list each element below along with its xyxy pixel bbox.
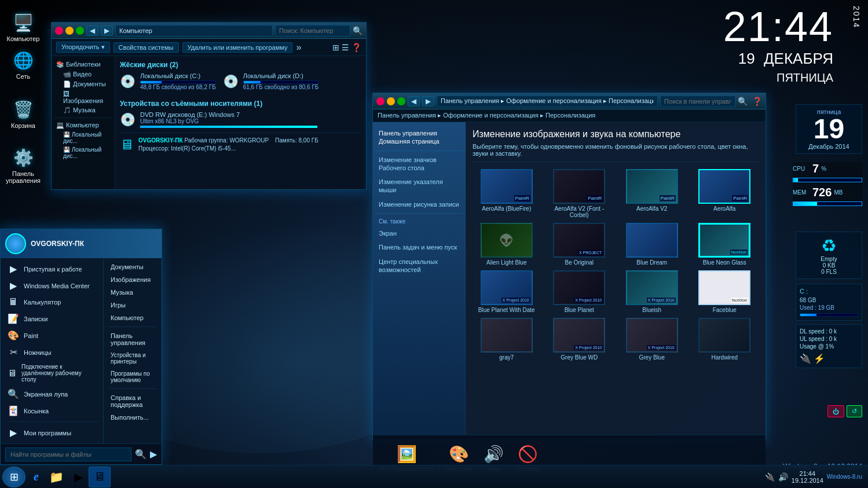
theme-item-aero[interactable]: PaintR AeroAlfa xyxy=(691,169,759,218)
explorer-forward-btn[interactable]: ▶ xyxy=(101,25,113,36)
start-computer[interactable]: Компьютер xyxy=(104,311,162,324)
view-btn2[interactable]: ☰ xyxy=(342,43,349,52)
start-search-icon[interactable]: 🔍 xyxy=(135,449,147,460)
start-devices[interactable]: Устройства и принтеры xyxy=(104,349,162,368)
help-btn[interactable]: ❓ xyxy=(351,43,361,52)
theme-item-original[interactable]: X PROJECT Be Original xyxy=(545,223,614,266)
start-item-notes[interactable]: 📝 Записки xyxy=(1,310,103,327)
theme-item-blueneon[interactable]: faceblue Blue Neon Glass xyxy=(691,223,759,266)
restart-button[interactable]: ↺ xyxy=(847,405,862,417)
explorer-close-btn[interactable] xyxy=(55,27,63,35)
start-defaults[interactable]: Программы по умолчанию xyxy=(104,368,162,386)
cp-taskbar[interactable]: Панель задач и меню пуск xyxy=(375,241,463,254)
drive-d-item[interactable]: 💿 Локальный диск (D:) 61,6 ГБ свободно и… xyxy=(223,72,319,90)
power-button[interactable]: ⏻ xyxy=(827,405,844,417)
more-btn[interactable]: » xyxy=(296,42,301,53)
start-search-input[interactable] xyxy=(5,447,131,461)
start-help[interactable]: Справка и поддержка xyxy=(104,391,162,411)
theme-item-alien[interactable]: 👽 Alien Light Blue xyxy=(473,223,541,266)
explorer-back-btn[interactable]: ◀ xyxy=(86,25,98,36)
start-item-magnifier[interactable]: 🔍 Экранная лупа xyxy=(1,386,103,402)
theme-item-blueplanetdate[interactable]: X Project 2010 Blue Planet With Date xyxy=(473,270,541,313)
uninstall-btn[interactable]: Удалить или изменить программу xyxy=(182,42,293,53)
cp-search[interactable] xyxy=(660,96,735,107)
sidebar-images[interactable]: 🖼 Изображения xyxy=(54,89,112,105)
start-arrow-icon[interactable]: ▶ xyxy=(150,449,157,460)
start-docs[interactable]: Документы xyxy=(104,260,162,273)
desktop-icon-control-panel[interactable]: ⚙️ Панель управления xyxy=(3,144,43,186)
view-btn1[interactable]: ⊞ xyxy=(332,43,339,52)
start-item-mediacenter[interactable]: ▶ Windows Media Center xyxy=(1,277,103,294)
power-widget[interactable]: ⏻ ↺ xyxy=(827,405,862,417)
cp-back-btn[interactable]: ◀ xyxy=(408,96,420,107)
cp-address[interactable] xyxy=(437,96,658,107)
sidebar-local2[interactable]: 💾 Локальный дис... xyxy=(54,145,112,160)
cp-sidebar-mouse[interactable]: Изменение указателя мыши xyxy=(375,175,463,197)
cp-accessibility[interactable]: Центр специальных возможностей xyxy=(375,255,463,277)
start-item-calc[interactable]: 🖩 Калькулятор xyxy=(1,294,103,310)
taskbar-explorer[interactable]: 📁 xyxy=(45,467,68,487)
start-item-scissors[interactable]: ✂ Ножницы xyxy=(1,344,103,361)
drive-c-item[interactable]: 💿 Локальный диск (C:) 48,8 ГБ свободно и… xyxy=(120,72,216,90)
theme-item-gray7[interactable]: gray7 xyxy=(473,318,541,361)
dvd-item[interactable]: 💿 DVD RW дисковод (E:) Windows 7 Ultim x… xyxy=(120,111,361,128)
systray-sound[interactable]: 🔊 xyxy=(778,472,788,482)
theme-item-hardwired[interactable]: Hardwired xyxy=(691,318,759,361)
start-games[interactable]: Игры xyxy=(104,299,162,311)
cp-close-btn[interactable] xyxy=(376,97,384,105)
desktop-icon-trash[interactable]: 🗑️ Корзина xyxy=(3,96,43,131)
explorer-search-icon[interactable]: 🔍 xyxy=(353,26,362,35)
theme-item-aerov2font[interactable]: PaintR AeroAlfa V2 (Font - Corbel) xyxy=(545,169,614,218)
cp-sidebar-icons[interactable]: Изменение значков Рабочего стола xyxy=(375,153,463,175)
start-item-remote[interactable]: 🖥 Подключение к удалённому рабочему стол… xyxy=(1,361,103,386)
theme-item-aerov2[interactable]: PaintR AeroAlfa V2 xyxy=(618,169,686,218)
cp-sidebar-home[interactable]: Панель управления Домашняя страница xyxy=(375,127,463,148)
cp-max-btn[interactable] xyxy=(397,97,405,105)
sidebar-computer[interactable]: 💻 Компьютер xyxy=(54,120,112,130)
explorer-min-btn[interactable] xyxy=(65,27,74,35)
explorer-max-btn[interactable] xyxy=(76,27,84,35)
cp-help-icon[interactable]: ❓ xyxy=(752,97,762,106)
sidebar-local1[interactable]: 💾 Локальный дис... xyxy=(54,130,112,145)
start-images[interactable]: Изображения xyxy=(104,273,162,286)
explorer-address[interactable] xyxy=(115,25,273,36)
theme-item-faceblue[interactable]: faceblue Faceblue xyxy=(691,270,759,313)
organize-btn[interactable]: Упорядочить ▾ xyxy=(56,42,110,53)
start-item-paint[interactable]: 🎨 Paint xyxy=(1,327,103,344)
systray-network[interactable]: 🔌 xyxy=(765,472,775,482)
taskbar: ⊞ e 📁 ▶ 🖥 🔌 🔊 21:44 19.12.2014 Windows-8… xyxy=(0,465,868,488)
taskbar-ie[interactable]: e xyxy=(29,467,43,487)
theme-item-blueish[interactable]: X Project 2010 Blueish xyxy=(618,270,686,313)
start-cp[interactable]: Панель управления xyxy=(104,329,162,349)
cp-screen[interactable]: Экран xyxy=(375,227,463,240)
theme-item-greybluewed[interactable]: X Project 2010 Grey Blue WD xyxy=(545,318,614,361)
taskbar-clock[interactable]: 21:44 19.12.2014 xyxy=(792,470,823,484)
theme-item-greyblue[interactable]: X Project 2010 Grey Blue xyxy=(618,318,686,361)
cp-forward-btn[interactable]: ▶ xyxy=(422,96,434,107)
date-day: 19 xyxy=(800,115,858,143)
start-item-solitaire[interactable]: 🃏 Косынка xyxy=(1,402,103,419)
start-button[interactable]: ⊞ xyxy=(2,467,25,487)
theme-name-blueplanet: Blue Planet xyxy=(565,307,594,313)
sidebar-music[interactable]: 🎵 Музыка xyxy=(54,105,112,115)
theme-item-bluedream[interactable]: Blue Dream xyxy=(618,223,686,266)
explorer-search[interactable] xyxy=(275,25,350,36)
theme-item-aeroblufire[interactable]: PaintR AeroAlfa (BlueFire) xyxy=(473,169,541,218)
desktop-icon-network[interactable]: 🌐 Сеть xyxy=(3,46,43,82)
cp-sidebar-picture[interactable]: Изменение рисунка записи xyxy=(375,198,463,211)
cp-search-icon[interactable]: 🔍 xyxy=(738,97,748,106)
win8-taskbar-label[interactable]: Windows-8.ru xyxy=(827,474,862,480)
taskbar-computer[interactable]: 🖥 xyxy=(89,467,111,487)
cp-min-btn[interactable] xyxy=(387,97,395,105)
start-music[interactable]: Музыка xyxy=(104,286,162,299)
sidebar-video[interactable]: 📹 Видео xyxy=(54,69,112,79)
desktop-icon-computer[interactable]: 🖥️ Компьютер xyxy=(3,9,43,45)
taskbar-media[interactable]: ▶ xyxy=(69,467,87,487)
start-item-getstarted[interactable]: ▶ Приступая к работе xyxy=(1,260,103,277)
start-all-programs[interactable]: ▶ Мои программы xyxy=(1,424,103,441)
sidebar-libraries[interactable]: 📚 Библиотеки xyxy=(54,60,112,69)
theme-item-blueplanet[interactable]: X Project 2010 Blue Planet xyxy=(545,270,614,313)
sidebar-docs[interactable]: 📄 Документы xyxy=(54,79,112,89)
start-run[interactable]: Выполнить... xyxy=(104,411,162,424)
sys-props-btn[interactable]: Свойства системы xyxy=(113,42,179,53)
